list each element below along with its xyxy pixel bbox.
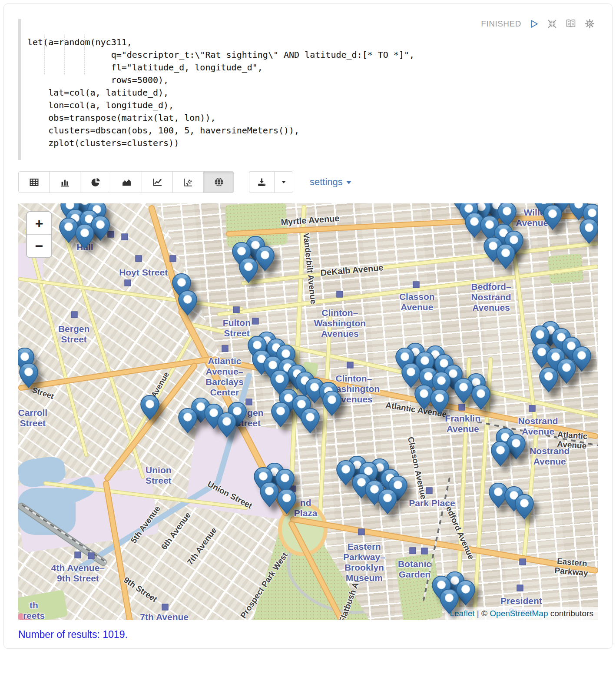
chevron-down-icon: [282, 181, 286, 186]
station-label: th reets: [23, 600, 45, 620]
subway-station-square: [252, 318, 258, 325]
map-marker-pin[interactable]: [178, 407, 198, 433]
openstreetmap-link[interactable]: OpenStreetMap: [490, 609, 548, 618]
download-caret-button[interactable]: [274, 171, 293, 193]
map-marker-pin[interactable]: [514, 494, 534, 520]
subway-station-square: [410, 547, 416, 554]
subway-station-square: [337, 291, 343, 298]
subway-station-square: [136, 255, 142, 262]
settings-label: settings: [310, 176, 343, 188]
station-label: nd Plaza: [294, 498, 318, 518]
map-marker-pin[interactable]: [300, 407, 320, 433]
subway-station-square: [222, 345, 229, 352]
map-marker-pin[interactable]: [217, 412, 237, 438]
scatter-chart-button[interactable]: [172, 171, 203, 193]
station-label: 7th Avenue: [140, 612, 189, 620]
zoom-out-button[interactable]: −: [27, 235, 51, 257]
map-marker-pin[interactable]: [140, 395, 160, 421]
map-marker-pin[interactable]: [277, 488, 297, 514]
download-group: [249, 171, 293, 193]
station-label: Botanic Garden: [398, 559, 431, 580]
map-marker-pin[interactable]: [19, 362, 39, 388]
results-count: Number of results: 1019.: [18, 629, 598, 641]
map-marker-pin[interactable]: [378, 488, 397, 514]
subway-station-square: [71, 312, 78, 318]
area-chart-button[interactable]: [111, 171, 142, 193]
attribution-separator: | ©: [475, 609, 490, 618]
zoom-in-button[interactable]: +: [27, 212, 51, 235]
station-label: Carroll Street: [18, 408, 47, 428]
subway-station-square: [358, 528, 364, 535]
chart-type-group: [18, 171, 234, 193]
download-button[interactable]: [249, 171, 274, 193]
station-label: Classon Avenue: [399, 292, 435, 312]
display-toolbar: settings: [18, 171, 598, 193]
station-label: Clinton– Washington Avenues: [314, 308, 366, 339]
subway-station-square: [458, 404, 465, 410]
subway-station-square: [75, 552, 81, 558]
subway-station-square: [517, 585, 523, 591]
code-editor[interactable]: let(a=random(nyc311, q="descriptor_t:\"R…: [18, 19, 598, 160]
compress-icon[interactable]: [547, 19, 557, 29]
station-label: Atlantic Avenue– Barclays Center: [205, 356, 244, 398]
table-button[interactable]: [18, 171, 49, 193]
map-marker-pin[interactable]: [490, 441, 510, 467]
bar-chart-button[interactable]: [49, 171, 80, 193]
map-marker-pin[interactable]: [271, 402, 291, 428]
map-globe-button[interactable]: [203, 171, 234, 193]
book-icon[interactable]: [566, 19, 576, 28]
station-label: 4th Avenue– 9th Street: [51, 562, 105, 583]
station-label: Fulton Street: [223, 318, 251, 339]
settings-toggle[interactable]: settings: [310, 176, 351, 188]
map-marker-pin[interactable]: [543, 204, 563, 230]
attribution-contributors: contributors: [548, 609, 593, 618]
zoom-control: + −: [26, 211, 52, 258]
subway-station-square: [233, 306, 239, 313]
map-marker-pin[interactable]: [322, 390, 342, 416]
map-marker-pin[interactable]: [496, 243, 516, 269]
subway-station-square: [170, 255, 176, 262]
station-label: Bergen Street: [58, 324, 89, 345]
map-marker-pin[interactable]: [556, 358, 576, 384]
subway-station-square: [122, 233, 128, 240]
line-chart-button[interactable]: [142, 171, 172, 193]
subway-station-square: [421, 548, 428, 554]
station-label: Hoyt Street: [119, 267, 168, 278]
notebook-paragraph: FINISHED: [3, 3, 613, 649]
map-marker-pin[interactable]: [75, 223, 95, 249]
map-attribution: Leaflet | © OpenStreetMap contributors: [445, 607, 598, 620]
station-label: Park Place: [409, 498, 455, 508]
subway-station-square: [347, 362, 354, 369]
street-label: Eastern Parkway: [554, 556, 590, 578]
subway-station-square: [529, 405, 536, 412]
station-label: Eastern Parkway– Brooklyn Museum: [343, 541, 385, 583]
chevron-down-icon: [346, 181, 351, 187]
subway-station-square: [125, 280, 131, 286]
station-label: Bedford– Nostrand Avenues: [471, 282, 511, 313]
subway-station-square: [88, 553, 95, 559]
station-label: Franklin Avenue: [445, 413, 480, 434]
station-label: Union Street: [146, 465, 172, 486]
map-marker-pin[interactable]: [238, 257, 258, 283]
map-marker-pin[interactable]: [471, 384, 491, 410]
subway-station-square: [519, 558, 526, 565]
gear-icon[interactable]: [585, 19, 595, 29]
map-marker-pin[interactable]: [439, 588, 459, 614]
map-marker-pin[interactable]: [178, 290, 198, 316]
pie-chart-button[interactable]: [80, 171, 111, 193]
station-label: Nostrand Avenue: [530, 446, 570, 467]
map-marker-pin[interactable]: [430, 388, 450, 415]
subway-station-square: [162, 604, 168, 611]
paragraph-status-bar: FINISHED: [481, 19, 595, 29]
play-icon[interactable]: [530, 20, 539, 28]
subway-station-square: [413, 282, 420, 288]
map-marker-pin[interactable]: [539, 366, 559, 392]
map[interactable]: + − Leaflet | © OpenStreetMap contributo…: [18, 203, 598, 620]
status-badge: FINISHED: [481, 19, 521, 29]
map-marker-pin[interactable]: [579, 218, 598, 244]
